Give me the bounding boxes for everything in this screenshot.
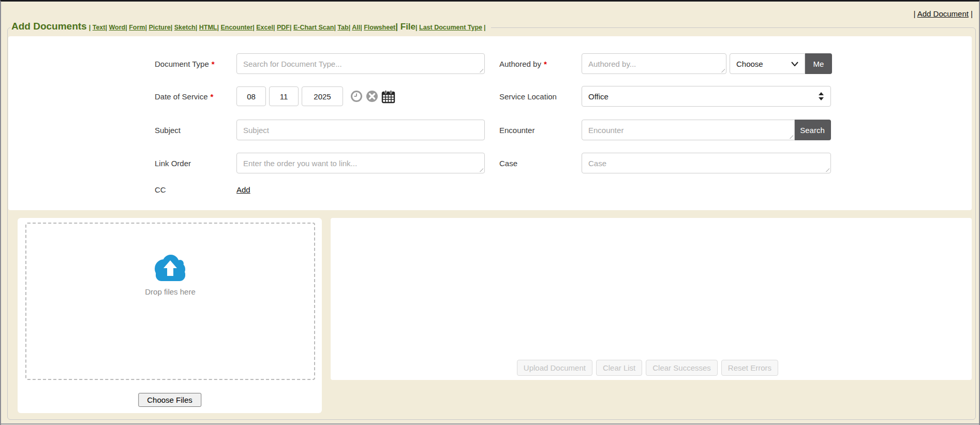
add-document-link[interactable]: Add Document (917, 9, 969, 18)
authored-by-me-button[interactable]: Me (805, 53, 832, 74)
clock-icon[interactable] (350, 90, 363, 102)
date-day-input[interactable] (269, 86, 299, 106)
calendar-icon[interactable] (381, 90, 395, 104)
doc-type-link-sketch-wrap: Sketch (171, 24, 196, 32)
authored-by-choose-value: Choose (736, 60, 763, 68)
doc-type-link-text[interactable]: Text (93, 24, 106, 31)
doc-type-link-text-wrap: Text (89, 24, 106, 32)
doc-type-link-html[interactable]: HTML (199, 24, 217, 31)
doc-type-link-tab[interactable]: Tab (337, 24, 348, 31)
drop-files-zone[interactable]: Drop files here (25, 223, 315, 380)
doc-type-link-echart-scan[interactable]: E-Chart Scan (293, 24, 334, 31)
subject-row: Subject (155, 120, 181, 140)
doc-type-link-last-document-type-wrap: Last Document Type (415, 24, 482, 32)
cc-add-link[interactable]: Add (236, 185, 250, 194)
service-location-label: Service Location (499, 92, 557, 101)
reset-errors-button[interactable]: Reset Errors (721, 360, 778, 376)
doc-type-link-form[interactable]: Form (129, 24, 145, 31)
doc-type-link-pdf-wrap: PDF (273, 24, 290, 32)
doc-type-link-all-wrap: All (349, 24, 361, 32)
upload-document-button[interactable]: Upload Document (517, 360, 592, 376)
doc-type-link-picture-wrap: Picture (145, 24, 170, 32)
doc-type-link-echart-scan-wrap: E-Chart Scan (290, 24, 334, 32)
date-of-service-row: Date of Service * (155, 86, 213, 107)
doc-type-link-html-wrap: HTML (196, 24, 217, 32)
doc-type-link-encounter[interactable]: Encounter (220, 24, 253, 31)
doc-type-selected-file-wrap: File (395, 22, 415, 32)
upload-queue-panel: Upload Document Clear List Clear Success… (331, 218, 972, 380)
doc-type-link-all[interactable]: All (352, 24, 360, 31)
chevron-down-icon (791, 62, 798, 66)
authored-by-row: Authored by * (499, 53, 547, 74)
document-type-input[interactable] (236, 53, 485, 74)
clear-date-icon[interactable] (366, 90, 378, 102)
cc-row: CC (155, 182, 166, 197)
required-asterisk: * (544, 60, 547, 68)
case-row: Case (499, 153, 517, 173)
link-order-label: Link Order (155, 159, 191, 168)
encounter-search-button[interactable]: Search (794, 120, 831, 140)
legend-end-pipe (484, 24, 486, 32)
case-input[interactable] (582, 153, 831, 173)
link-order-input[interactable] (236, 153, 485, 173)
doc-type-link-tab-wrap: Tab (334, 24, 348, 32)
doc-type-link-excel[interactable]: Excel (256, 24, 273, 31)
doc-type-link-pdf[interactable]: PDF (277, 24, 290, 31)
encounter-input[interactable] (582, 120, 795, 140)
subject-input[interactable] (236, 120, 485, 140)
document-type-label: Document Type (155, 60, 209, 68)
encounter-controls: Search (582, 120, 831, 140)
service-location-row: Service Location (499, 86, 557, 107)
doc-type-link-flowsheet[interactable]: Flowsheet (364, 24, 395, 31)
authored-by-choose-select[interactable]: Choose (730, 53, 805, 74)
cc-action-wrap: Add (236, 182, 250, 197)
doc-type-link-excel-wrap: Excel (253, 24, 273, 32)
doc-type-link-last-document-type[interactable]: Last Document Type (419, 24, 482, 31)
date-year-input[interactable] (302, 86, 343, 106)
date-month-input[interactable] (236, 86, 266, 106)
document-type-row: Document Type * (155, 53, 215, 74)
add-document-top-link-wrap: Add Document (913, 9, 973, 18)
doc-type-link-word[interactable]: Word (109, 24, 125, 31)
encounter-label: Encounter (499, 126, 534, 135)
authored-by-input[interactable] (582, 53, 726, 74)
clear-successes-button[interactable]: Clear Successes (646, 360, 718, 376)
doc-type-link-sketch[interactable]: Sketch (174, 24, 196, 31)
document-type-input-wrap (236, 53, 485, 74)
doc-type-link-word-wrap: Word (105, 24, 125, 32)
case-label: Case (499, 159, 517, 168)
choose-files-button[interactable]: Choose Files (138, 393, 201, 407)
cloud-upload-icon (150, 252, 190, 281)
file-drop-panel: Drop files here Choose Files (18, 218, 322, 413)
service-location-select[interactable]: Office (582, 86, 831, 107)
authored-by-label: Authored by (499, 60, 541, 68)
required-asterisk: * (211, 92, 214, 101)
page: Add Document Add Documents Text Word For… (0, 0, 980, 425)
authored-by-controls: Choose Me (582, 53, 832, 74)
document-form-panel: Document Type * Date of Service * (8, 36, 972, 210)
cc-label: CC (155, 185, 166, 194)
doc-type-link-flowsheet-wrap: Flowsheet (360, 24, 395, 32)
link-order-input-wrap (236, 153, 485, 173)
subject-label: Subject (155, 126, 181, 135)
date-of-service-controls (236, 86, 395, 107)
service-location-value: Office (588, 92, 608, 101)
page-title: Add Documents (11, 21, 87, 32)
drop-files-text: Drop files here (145, 287, 196, 296)
doc-type-selected-file[interactable]: File (400, 22, 415, 32)
encounter-input-wrap (582, 120, 795, 140)
fieldset-legend: Add Documents Text Word Form Picture Ske… (10, 21, 491, 32)
date-of-service-label: Date of Service (155, 92, 208, 101)
link-order-row: Link Order (155, 153, 191, 173)
subject-input-wrap (236, 120, 485, 140)
encounter-row: Encounter (499, 120, 534, 140)
authored-by-input-wrap (582, 53, 726, 74)
doc-type-link-encounter-wrap: Encounter (217, 24, 253, 32)
updown-arrows-icon (818, 92, 824, 100)
case-input-wrap (582, 153, 831, 173)
upload-actions: Upload Document Clear List Clear Success… (517, 360, 778, 376)
clear-list-button[interactable]: Clear List (596, 360, 642, 376)
doc-type-link-form-wrap: Form (125, 24, 145, 32)
required-asterisk: * (212, 60, 215, 68)
doc-type-link-picture[interactable]: Picture (149, 24, 170, 31)
